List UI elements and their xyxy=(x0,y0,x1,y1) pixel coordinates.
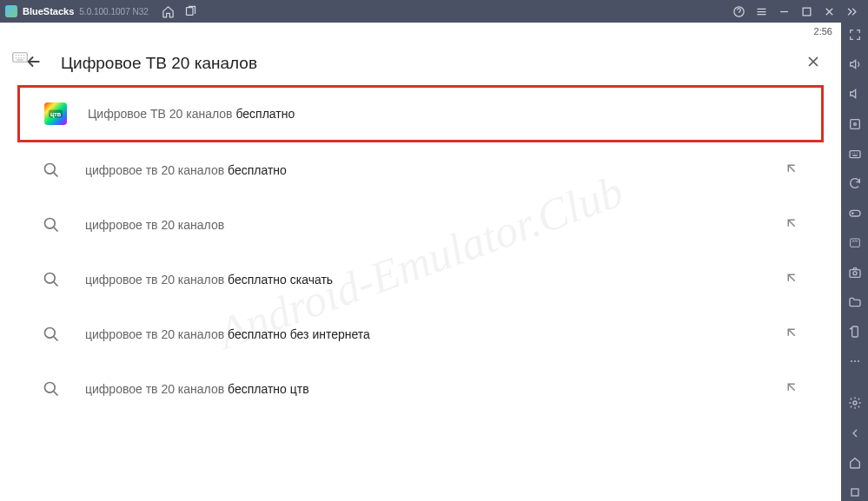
svg-rect-13 xyxy=(850,239,859,247)
svg-point-15 xyxy=(853,271,857,274)
lock-cursor-icon[interactable] xyxy=(845,115,865,133)
svg-point-7 xyxy=(45,327,56,338)
sync-icon[interactable] xyxy=(845,175,865,192)
insert-arrow-icon[interactable] xyxy=(784,161,799,180)
insert-arrow-icon[interactable] xyxy=(784,215,799,234)
insert-arrow-icon[interactable] xyxy=(784,379,799,399)
content-area: 2:56 Цифровое ТВ 20 каналов Цифровое ТВ … xyxy=(0,23,841,501)
svg-rect-0 xyxy=(187,7,194,15)
nav-home-icon[interactable] xyxy=(845,454,865,471)
titlebar: BlueStacks 5.0.100.1007 N32 xyxy=(0,0,868,23)
search-icon xyxy=(42,271,61,288)
app-version: 5.0.100.1007 N32 xyxy=(79,7,149,16)
svg-point-20 xyxy=(853,401,857,405)
search-header: Цифровое ТВ 20 каналов xyxy=(0,40,841,82)
android-statusbar: 2:56 xyxy=(0,23,841,40)
search-icon xyxy=(42,216,61,234)
volume-down-icon[interactable] xyxy=(845,85,865,102)
svg-point-17 xyxy=(851,360,852,362)
recents-icon[interactable] xyxy=(180,0,202,23)
apk-install-icon[interactable] xyxy=(845,234,865,251)
svg-rect-3 xyxy=(13,53,28,63)
clear-search-icon[interactable] xyxy=(805,53,822,74)
svg-point-4 xyxy=(45,163,56,174)
controller-icon[interactable] xyxy=(845,204,865,221)
keymap-icon[interactable] xyxy=(845,145,865,162)
result-text: цифровое тв 20 каналов бесплатно цтв xyxy=(85,382,784,396)
result-text: цифровое тв 20 каналов бесплатно скачать xyxy=(85,273,784,287)
search-result-row[interactable]: цифровое тв 20 каналов xyxy=(17,197,824,252)
clock: 2:56 xyxy=(814,26,832,36)
search-icon xyxy=(42,326,61,343)
svg-point-5 xyxy=(45,218,56,228)
maximize-icon[interactable] xyxy=(795,0,818,23)
bluestacks-logo-icon xyxy=(5,5,17,17)
result-text: цифровое тв 20 каналов бесплатно xyxy=(85,163,784,177)
nav-recents-icon[interactable] xyxy=(845,484,865,501)
svg-rect-16 xyxy=(851,326,858,337)
rotate-icon[interactable] xyxy=(845,323,865,340)
app-icon xyxy=(44,102,67,125)
result-text: цифровое тв 20 каналов бесплатно без инт… xyxy=(85,327,784,341)
svg-rect-14 xyxy=(850,269,860,277)
collapse-panel-icon[interactable] xyxy=(840,0,863,23)
svg-point-8 xyxy=(45,382,56,392)
search-result-row[interactable]: Цифровое ТВ 20 каналов бесплатно xyxy=(17,85,824,142)
search-result-row[interactable]: цифровое тв 20 каналов бесплатно xyxy=(17,142,824,197)
svg-point-18 xyxy=(854,360,856,362)
fullscreen-icon[interactable] xyxy=(845,26,865,43)
folder-icon[interactable] xyxy=(845,293,865,311)
settings-icon[interactable] xyxy=(845,394,865,412)
svg-rect-9 xyxy=(850,119,859,129)
result-text: цифровое тв 20 каналов xyxy=(85,218,784,232)
volume-up-icon[interactable] xyxy=(845,56,865,73)
nav-back-icon[interactable] xyxy=(845,424,865,441)
menu-icon[interactable] xyxy=(750,0,772,23)
svg-rect-11 xyxy=(850,151,860,158)
result-text: Цифровое ТВ 20 каналов бесплатно xyxy=(88,107,797,121)
minimize-icon[interactable] xyxy=(772,0,795,23)
keyboard-icon[interactable] xyxy=(12,50,28,66)
svg-point-6 xyxy=(45,273,56,283)
search-result-row[interactable]: цифровое тв 20 каналов бесплатно без инт… xyxy=(17,307,824,361)
more-icon[interactable] xyxy=(845,353,865,370)
search-icon xyxy=(42,162,61,179)
svg-point-10 xyxy=(853,122,856,125)
svg-rect-12 xyxy=(850,211,860,217)
screenshot-icon[interactable] xyxy=(845,264,865,281)
insert-arrow-icon[interactable] xyxy=(784,325,799,344)
search-query[interactable]: Цифровое ТВ 20 каналов xyxy=(61,54,787,73)
search-result-row[interactable]: цифровое тв 20 каналов бесплатно скачать xyxy=(17,252,824,307)
close-window-icon[interactable] xyxy=(818,0,840,23)
search-icon xyxy=(42,380,61,398)
home-icon[interactable] xyxy=(157,0,180,23)
insert-arrow-icon[interactable] xyxy=(784,270,799,289)
help-icon[interactable] xyxy=(727,0,750,23)
search-results: Цифровое ТВ 20 каналов бесплатноцифровое… xyxy=(0,82,841,419)
svg-rect-21 xyxy=(851,489,858,496)
app-name: BlueStacks xyxy=(23,6,74,16)
svg-point-19 xyxy=(858,360,859,362)
search-result-row[interactable]: цифровое тв 20 каналов бесплатно цтв xyxy=(17,361,824,416)
side-toolbar xyxy=(841,23,868,501)
svg-rect-2 xyxy=(803,8,811,16)
